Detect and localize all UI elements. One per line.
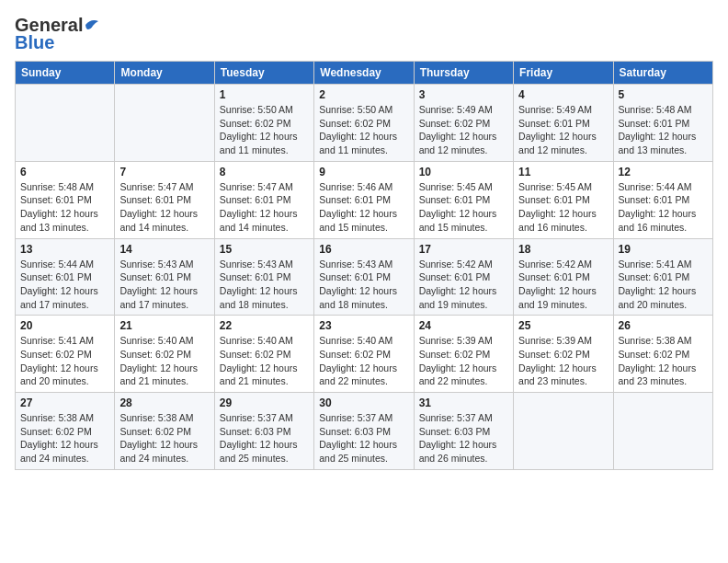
calendar-day-cell: 2Sunrise: 5:50 AMSunset: 6:02 PMDaylight…	[314, 85, 414, 162]
daylight-text-cont: and 23 minutes.	[619, 375, 688, 386]
day-number: 25	[518, 319, 608, 332]
day-number: 24	[419, 319, 508, 332]
day-info: Sunrise: 5:38 AMSunset: 6:02 PMDaylight:…	[20, 411, 109, 465]
calendar-week-row: 6Sunrise: 5:48 AMSunset: 6:01 PMDaylight…	[16, 161, 713, 238]
day-info: Sunrise: 5:39 AMSunset: 6:02 PMDaylight:…	[419, 334, 508, 388]
daylight-text: Daylight: 12 hours	[220, 208, 298, 219]
sunset-text: Sunset: 6:02 PM	[419, 349, 491, 360]
calendar-table: SundayMondayTuesdayWednesdayThursdayFrid…	[15, 61, 713, 470]
sunrise-text: Sunrise: 5:41 AM	[20, 335, 94, 346]
daylight-text: Daylight: 12 hours	[419, 208, 497, 219]
sunset-text: Sunset: 6:02 PM	[220, 118, 291, 129]
sunrise-text: Sunrise: 5:40 AM	[119, 335, 193, 346]
calendar-day-cell: 5Sunrise: 5:48 AMSunset: 6:01 PMDaylight…	[613, 85, 712, 162]
calendar-day-cell: 31Sunrise: 5:37 AMSunset: 6:03 PMDayligh…	[414, 393, 513, 470]
daylight-text-cont: and 14 minutes.	[220, 222, 289, 233]
sunrise-text: Sunrise: 5:49 AM	[419, 104, 493, 115]
day-number: 1	[220, 88, 309, 101]
daylight-text: Daylight: 12 hours	[619, 285, 697, 296]
daylight-text: Daylight: 12 hours	[518, 362, 597, 373]
daylight-text: Daylight: 12 hours	[20, 362, 98, 373]
sunset-text: Sunset: 6:02 PM	[518, 349, 590, 360]
daylight-text: Daylight: 12 hours	[119, 362, 198, 373]
day-info: Sunrise: 5:45 AMSunset: 6:01 PMDaylight:…	[419, 180, 508, 235]
calendar-body: 1Sunrise: 5:50 AMSunset: 6:02 PMDaylight…	[16, 85, 713, 470]
sunset-text: Sunset: 6:03 PM	[220, 426, 291, 437]
calendar-day-cell: 18Sunrise: 5:42 AMSunset: 6:01 PMDayligh…	[514, 238, 613, 316]
day-number: 13	[20, 243, 109, 256]
day-of-week-header: Tuesday	[214, 62, 313, 85]
calendar-day-cell: 19Sunrise: 5:41 AMSunset: 6:01 PMDayligh…	[613, 238, 712, 316]
day-info: Sunrise: 5:37 AMSunset: 6:03 PMDaylight:…	[319, 411, 408, 465]
calendar-day-cell: 8Sunrise: 5:47 AMSunset: 6:01 PMDaylight…	[214, 161, 313, 238]
sunrise-text: Sunrise: 5:40 AM	[220, 335, 293, 346]
sunset-text: Sunset: 6:01 PM	[419, 271, 491, 282]
daylight-text-cont: and 15 minutes.	[319, 222, 388, 233]
day-info: Sunrise: 5:49 AMSunset: 6:01 PMDaylight:…	[518, 103, 608, 157]
calendar-day-cell: 3Sunrise: 5:49 AMSunset: 6:02 PMDaylight…	[414, 85, 513, 162]
daylight-text: Daylight: 12 hours	[119, 208, 198, 219]
calendar-week-row: 20Sunrise: 5:41 AMSunset: 6:02 PMDayligh…	[16, 316, 713, 393]
sunset-text: Sunset: 6:01 PM	[319, 194, 391, 205]
calendar-week-row: 13Sunrise: 5:44 AMSunset: 6:01 PMDayligh…	[16, 238, 713, 316]
day-of-week-header: Saturday	[613, 62, 712, 85]
daylight-text: Daylight: 12 hours	[119, 439, 198, 450]
day-info: Sunrise: 5:41 AMSunset: 6:02 PMDaylight:…	[20, 334, 109, 388]
calendar-day-cell: 6Sunrise: 5:48 AMSunset: 6:01 PMDaylight…	[16, 161, 115, 238]
daylight-text-cont: and 25 minutes.	[319, 453, 388, 464]
sunset-text: Sunset: 6:02 PM	[119, 349, 191, 360]
day-info: Sunrise: 5:39 AMSunset: 6:02 PMDaylight:…	[518, 334, 608, 388]
daylight-text: Daylight: 12 hours	[419, 285, 497, 296]
sunset-text: Sunset: 6:01 PM	[220, 194, 291, 205]
daylight-text: Daylight: 12 hours	[220, 131, 298, 142]
daylight-text: Daylight: 12 hours	[319, 285, 397, 296]
sunrise-text: Sunrise: 5:50 AM	[220, 104, 293, 115]
day-number: 17	[419, 243, 508, 256]
day-of-week-header: Friday	[514, 62, 613, 85]
daylight-text: Daylight: 12 hours	[518, 131, 597, 142]
day-number: 22	[220, 319, 309, 332]
daylight-text-cont: and 13 minutes.	[20, 222, 89, 233]
daylight-text-cont: and 16 minutes.	[518, 222, 587, 233]
sunrise-text: Sunrise: 5:38 AM	[20, 412, 94, 423]
sunset-text: Sunset: 6:01 PM	[619, 194, 690, 205]
sunset-text: Sunset: 6:01 PM	[619, 118, 690, 129]
day-number: 19	[619, 243, 708, 256]
daylight-text-cont: and 22 minutes.	[419, 375, 488, 386]
day-number: 27	[20, 396, 109, 409]
calendar-day-cell: 11Sunrise: 5:45 AMSunset: 6:01 PMDayligh…	[514, 161, 613, 238]
calendar-day-cell: 24Sunrise: 5:39 AMSunset: 6:02 PMDayligh…	[414, 316, 513, 393]
daylight-text-cont: and 24 minutes.	[20, 453, 89, 464]
day-number: 9	[319, 166, 408, 178]
day-number: 26	[619, 319, 708, 332]
daylight-text-cont: and 12 minutes.	[419, 144, 488, 155]
daylight-text-cont: and 21 minutes.	[220, 375, 289, 386]
sunrise-text: Sunrise: 5:37 AM	[419, 412, 493, 423]
logo: General Blue	[15, 15, 100, 53]
calendar-day-cell: 20Sunrise: 5:41 AMSunset: 6:02 PMDayligh…	[16, 316, 115, 393]
day-number: 18	[518, 243, 608, 256]
day-number: 8	[220, 166, 309, 178]
daylight-text-cont: and 13 minutes.	[619, 144, 688, 155]
daylight-text-cont: and 16 minutes.	[619, 222, 688, 233]
sunrise-text: Sunrise: 5:37 AM	[220, 412, 293, 423]
daylight-text: Daylight: 12 hours	[319, 208, 397, 219]
day-info: Sunrise: 5:40 AMSunset: 6:02 PMDaylight:…	[220, 334, 309, 388]
sunrise-text: Sunrise: 5:38 AM	[619, 335, 692, 346]
calendar-day-cell: 22Sunrise: 5:40 AMSunset: 6:02 PMDayligh…	[214, 316, 313, 393]
daylight-text-cont: and 22 minutes.	[319, 375, 388, 386]
day-number: 7	[119, 166, 209, 178]
daylight-text-cont: and 23 minutes.	[518, 375, 587, 386]
calendar-day-cell	[613, 393, 712, 470]
day-info: Sunrise: 5:42 AMSunset: 6:01 PMDaylight:…	[419, 258, 508, 312]
sunset-text: Sunset: 6:01 PM	[20, 271, 92, 282]
logo-blue-text: Blue	[15, 32, 54, 53]
daylight-text: Daylight: 12 hours	[419, 362, 497, 373]
daylight-text: Daylight: 12 hours	[319, 362, 397, 373]
sunrise-text: Sunrise: 5:42 AM	[518, 259, 592, 270]
daylight-text: Daylight: 12 hours	[518, 285, 597, 296]
day-number: 6	[20, 166, 109, 178]
day-number: 31	[419, 396, 508, 409]
day-info: Sunrise: 5:43 AMSunset: 6:01 PMDaylight:…	[220, 258, 309, 312]
sunrise-text: Sunrise: 5:43 AM	[220, 259, 293, 270]
